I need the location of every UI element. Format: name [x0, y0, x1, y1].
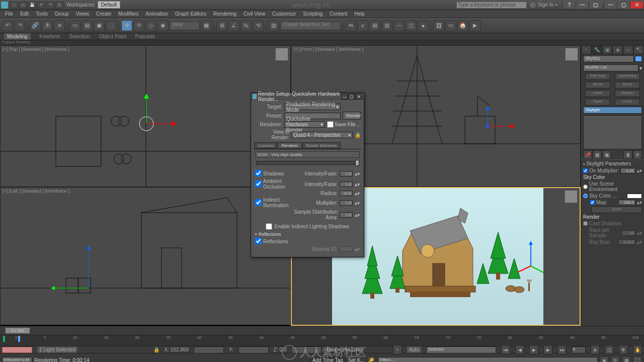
select-window-icon[interactable]: ⬚: [106, 20, 117, 31]
pin-icon[interactable]: 📌: [583, 150, 592, 159]
place-icon[interactable]: ◉: [157, 20, 169, 31]
render-last-icon[interactable]: ▶: [469, 20, 480, 31]
menu-modifiers[interactable]: Modifiers: [118, 11, 139, 17]
config-icon[interactable]: ⚙: [633, 150, 642, 159]
indirect-check[interactable]: [255, 199, 262, 206]
tab-common[interactable]: Common: [254, 142, 277, 149]
indirect-sda[interactable]: 1.0: [340, 212, 353, 218]
viewto-select[interactable]: Quad 4 - Perspective▾: [291, 132, 353, 138]
menu-edit[interactable]: Edit: [20, 11, 29, 17]
unlink-icon[interactable]: ⽊: [42, 20, 53, 31]
menu-rendering[interactable]: Rendering: [213, 11, 236, 17]
menu-content[interactable]: Content: [330, 11, 347, 17]
layer-explorer-icon[interactable]: ▥: [381, 20, 392, 31]
render-icon[interactable]: 🏠: [457, 20, 468, 31]
snap-icon[interactable]: ⊞: [216, 20, 227, 31]
viewport-top[interactable]: [+] [Top ] [Standard ] [Wireframe ]: [0, 45, 291, 187]
map-spinner[interactable]: 100.0: [618, 200, 635, 205]
nav-icon[interactable]: ✥: [619, 345, 628, 354]
modifier-stack[interactable]: [583, 115, 642, 149]
align-icon[interactable]: ≡: [357, 20, 368, 31]
tab-utilities[interactable]: 🔨: [633, 45, 644, 54]
select-icon[interactable]: ▭: [69, 20, 80, 31]
rotate-icon[interactable]: ⟳: [133, 20, 144, 31]
mod-lathe[interactable]: Lathe: [585, 90, 610, 97]
key-icon[interactable]: 🔑: [367, 356, 376, 363]
tab-display[interactable]: ▭: [623, 45, 633, 54]
autokey[interactable]: Auto: [407, 346, 422, 353]
help-icon[interactable]: ?: [562, 2, 576, 9]
link-icon[interactable]: 🔗: [30, 20, 41, 31]
lock-icon[interactable]: 🔒: [153, 347, 159, 352]
time-ruler[interactable]: 0510152025303540455055606570758085909510…: [0, 335, 644, 346]
min-button[interactable]: —: [576, 2, 589, 9]
menu-views[interactable]: Views: [76, 11, 90, 17]
tab-modify[interactable]: 🔧: [592, 45, 602, 54]
mod-sweep[interactable]: Sweep: [615, 90, 640, 97]
redo-icon[interactable]: ↷: [14, 20, 25, 31]
menu-civilview[interactable]: Civil View: [244, 11, 265, 17]
selection-set-icon[interactable]: ▧: [268, 20, 279, 31]
mod-symmetry[interactable]: Symmetry: [615, 73, 640, 80]
select-rect-icon[interactable]: ▣: [94, 20, 105, 31]
ref-coord-select[interactable]: View: [170, 21, 200, 30]
show-icon[interactable]: ▦: [593, 150, 602, 159]
menu-customize[interactable]: Customize: [272, 11, 296, 17]
enable-ils-check[interactable]: [266, 223, 272, 230]
layers-icon[interactable]: ▤: [369, 20, 380, 31]
time-slider-track[interactable]: 0 / 100: [0, 326, 644, 335]
dialog-close-icon[interactable]: ✕: [355, 94, 362, 100]
menu-grapheditors[interactable]: Graph Editors: [175, 11, 206, 17]
tab-modeling[interactable]: Modeling: [4, 33, 31, 40]
undo-icon[interactable]: ↶: [2, 20, 13, 31]
mod-bend2[interactable]: Bend: [615, 81, 640, 88]
tab-renderer[interactable]: Renderer: [278, 142, 301, 149]
tab-populate[interactable]: Populate: [135, 34, 155, 39]
nav-icon[interactable]: ◉: [600, 356, 609, 363]
mod-bend[interactable]: Bend: [585, 81, 610, 88]
usescene-radio[interactable]: [583, 185, 588, 189]
filters-select[interactable]: Filters...: [378, 357, 598, 363]
material-icon[interactable]: ●: [418, 20, 429, 31]
shadows-value[interactable]: 1.0: [340, 171, 353, 176]
link-icon[interactable]: ⎘: [55, 2, 63, 9]
lock-icon[interactable]: 🔒: [355, 132, 361, 138]
render-button[interactable]: Render: [343, 112, 361, 120]
skylight-rollout[interactable]: ▾ Skylight Parameters: [581, 159, 644, 167]
menu-animation[interactable]: Animation: [146, 11, 168, 17]
min-button[interactable]: —: [604, 2, 617, 9]
tab-hierarchy[interactable]: ▣: [602, 45, 613, 54]
percent-snap-icon[interactable]: %: [240, 20, 252, 31]
viewport-left[interactable]: [+] [Left ] [Standard ] [Wireframe ]: [0, 187, 291, 326]
nav-icon[interactable]: ◫: [605, 345, 614, 354]
current-time[interactable]: 0: [572, 346, 586, 353]
nav-icon[interactable]: ✋: [633, 345, 642, 354]
select-name-icon[interactable]: ▤: [82, 20, 93, 31]
y-input[interactable]: [238, 346, 269, 353]
mod-uvw[interactable]: UVW: [615, 99, 640, 106]
tab-render-elements[interactable]: Render Elements: [302, 142, 341, 149]
max-button[interactable]: ▢: [589, 2, 602, 9]
color-swatch[interactable]: [635, 56, 642, 62]
spinner-snap-icon[interactable]: ⟲: [253, 20, 264, 31]
workspace-select[interactable]: Default: [98, 1, 121, 9]
bind-icon[interactable]: ≋: [54, 20, 65, 31]
skycolor-radio[interactable]: [583, 194, 588, 198]
menu-file[interactable]: File: [5, 11, 13, 17]
menu-create[interactable]: Create: [96, 11, 111, 17]
mirror-icon[interactable]: ⇋: [345, 20, 356, 31]
nav-icon[interactable]: ⟳: [611, 356, 620, 363]
close-button[interactable]: ✕: [630, 2, 643, 9]
unique-icon[interactable]: ▣: [602, 150, 611, 159]
indirect-mult[interactable]: 1.0: [340, 200, 353, 206]
time-slider[interactable]: 0 / 100: [5, 327, 30, 334]
search-input[interactable]: Type a keyword or phrase: [456, 2, 527, 9]
mod-skylight[interactable]: Skylight: [583, 107, 642, 114]
target-select[interactable]: Production Rendering Mode▾: [284, 104, 341, 110]
savefile-check[interactable]: [327, 121, 334, 128]
macro-line[interactable]: Welcome to M: [2, 357, 32, 362]
refl-check[interactable]: [255, 238, 262, 244]
renderer-select[interactable]: Quicksilver Hardware Render▾: [284, 121, 325, 128]
menu-tools[interactable]: Tools: [36, 11, 47, 17]
ao-check[interactable]: [255, 180, 262, 187]
